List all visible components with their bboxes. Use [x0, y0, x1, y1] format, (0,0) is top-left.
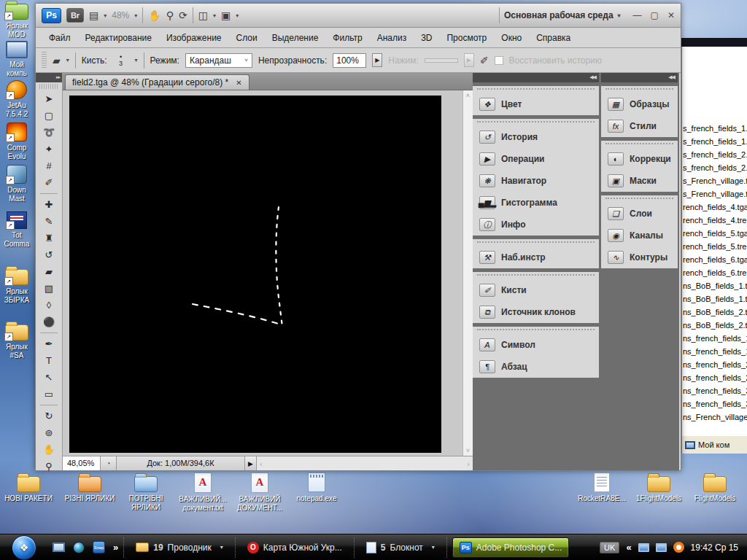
desktop-icon[interactable]: Ярлык MOD	[0, 0, 34, 39]
hand-tool-icon[interactable]: ✋	[148, 9, 160, 21]
desktop-icon[interactable]: ПОТРІБНІ ЯРЛИКИ	[117, 472, 174, 511]
current-tool-icon[interactable]: ▰	[53, 55, 61, 66]
panel-button[interactable]: ¶ Абзац	[473, 356, 599, 378]
desktop-icon[interactable]: Tot Comma	[0, 211, 34, 248]
zoom-level-dropdown-icon[interactable]: ▾	[134, 12, 137, 19]
tool-button[interactable]: ▧	[39, 280, 59, 297]
scroll-left-icon[interactable]: ‹	[260, 459, 263, 468]
options-bar-grip[interactable]	[42, 52, 47, 69]
panel-button[interactable]: A Символ	[473, 327, 599, 356]
taskbar-button-opera[interactable]: O Карта Южной Укр...	[241, 537, 349, 558]
tool-button[interactable]: ⚫	[39, 314, 59, 330]
tool-button[interactable]: ▢	[39, 107, 59, 124]
menu-item[interactable]: Окно	[494, 29, 529, 47]
file-list-item[interactable]: ns_french_fields_3	[682, 386, 747, 400]
panel-button[interactable]: ❋ Навигатор	[473, 170, 599, 192]
desktop-icon[interactable]: JetAu 7.5.4.2	[0, 80, 34, 118]
file-list-item[interactable]: rench_fields_6.tre	[682, 268, 747, 281]
network-monitor-icon[interactable]	[656, 543, 667, 552]
scroll-down-icon[interactable]: ˅	[466, 447, 470, 454]
status-preview-icon[interactable]: ◔	[101, 456, 117, 470]
desktop-icon[interactable]: RocketRA8E...	[573, 472, 630, 503]
file-list-item[interactable]: s_french_fields_1.t	[682, 124, 747, 137]
desktop-icon[interactable]: Ярлык #SA	[0, 321, 34, 359]
tool-button[interactable]: ⚲	[39, 458, 59, 475]
tool-button[interactable]: ➰	[39, 124, 59, 141]
file-list-item[interactable]: s_french_fields_2.t	[682, 163, 747, 176]
tool-button[interactable]: ✚	[39, 196, 59, 213]
dock-collapse-button[interactable]: ◀◀	[601, 73, 678, 82]
desktop-icon[interactable]: НОВІ РАКЕТИ	[0, 472, 57, 503]
menu-item[interactable]: 3D	[414, 29, 439, 47]
panel-button[interactable]: ❏ Слои	[601, 195, 678, 225]
desktop-icon[interactable]: ВАЖЛИВИЙ... документ.txt	[174, 472, 231, 512]
menu-item[interactable]: Слои	[229, 29, 265, 47]
tray-expand-icon[interactable]: «	[626, 542, 631, 553]
show-desktop-icon[interactable]	[53, 542, 65, 552]
desktop-icon[interactable]: FlightModels	[686, 472, 743, 503]
file-list-item[interactable]: s_French_village.tr	[682, 190, 747, 203]
zoom-tool-icon[interactable]: ⚲	[166, 9, 174, 21]
dock-collapse-button[interactable]: ◀◀	[473, 73, 599, 82]
file-list-item[interactable]: ns_french_fields_1	[682, 334, 747, 347]
tool-button[interactable]: ↻	[39, 408, 59, 424]
file-list-item[interactable]: ns_french_fields_3	[682, 400, 747, 413]
panel-button[interactable]: ↺ История	[473, 119, 599, 148]
panel-button[interactable]: ◐ Коррекция	[601, 141, 678, 170]
desktop-icon[interactable]: Мой компь	[0, 41, 34, 77]
browser-globe-icon[interactable]	[73, 542, 85, 553]
file-list-item[interactable]: ns_french_fields_2	[682, 373, 747, 386]
vertical-scrollbar[interactable]: ˄ ˅	[462, 90, 473, 456]
screen-mode-icon[interactable]: ▣	[221, 9, 231, 21]
close-button[interactable]: ✕	[667, 10, 675, 20]
tool-button[interactable]: ✦	[39, 141, 59, 158]
panel-button[interactable]: ✐ Кисти	[473, 272, 599, 301]
panel-button[interactable]: ▦ Образцы	[601, 86, 678, 115]
panel-button[interactable]: ▣ Маски	[601, 170, 678, 192]
tool-button[interactable]: ✎	[39, 213, 59, 230]
tool-button[interactable]: ↖	[39, 369, 59, 386]
quick-launch-more-icon[interactable]: »	[113, 542, 118, 553]
document-tab[interactable]: field2.tga @ 48% (Градации серого/8) * ✕	[65, 74, 249, 90]
menu-item[interactable]: Файл	[42, 29, 78, 47]
desktop-icon[interactable]: Down Mast	[0, 165, 34, 203]
tool-button[interactable]: ▭	[39, 386, 59, 402]
menu-item[interactable]: Анализ	[370, 29, 414, 47]
arrange-documents-icon[interactable]: ◫	[198, 9, 208, 21]
opacity-input[interactable]: 100%	[333, 53, 366, 68]
desktop-icon[interactable]: 1FlightModels	[630, 472, 687, 503]
taskbar-button-photoshop[interactable]: Ps Adobe Photoshop C...	[452, 537, 569, 558]
screen-mode-dropdown-icon[interactable]: ▾	[236, 12, 239, 19]
view-extras-dropdown-icon[interactable]: ▾	[104, 12, 107, 19]
file-list-item[interactable]: ns_BoB_fields_1.tg	[682, 281, 747, 295]
file-list-item[interactable]: ns_French_village.t	[682, 413, 747, 426]
workspace-switcher[interactable]: Основная рабочая среда ▾	[499, 7, 621, 23]
taskbar-button-notepad[interactable]: 5 Блокнот ▾	[360, 537, 441, 558]
tool-button[interactable]: ◊	[39, 297, 59, 314]
launch-bridge-button[interactable]: Br	[66, 8, 84, 23]
document-canvas[interactable]	[69, 96, 441, 453]
menu-item[interactable]: Фильтр	[325, 29, 369, 47]
zoom-level-field[interactable]: 48%	[112, 10, 129, 20]
file-list-item[interactable]: ns_french_fields_2	[682, 360, 747, 373]
panel-button[interactable]: fx Стили	[601, 115, 678, 137]
desktop-icon[interactable]: Ярлык ЗБІРКА	[0, 265, 34, 304]
tool-button[interactable]: ▰	[39, 263, 59, 280]
tool-button[interactable]: ♜	[39, 230, 59, 246]
opacity-slider-button[interactable]: ▶	[372, 53, 382, 67]
rotate-view-icon[interactable]: ⟳	[179, 9, 187, 21]
file-list-item[interactable]: s_French_village.tg	[682, 176, 747, 190]
tool-button[interactable]: T	[39, 352, 59, 369]
menu-item[interactable]: Просмотр	[439, 29, 494, 47]
file-list-item[interactable]: rench_fields_5.tre	[682, 242, 747, 255]
mode-select[interactable]: Карандаш ˅	[185, 53, 252, 68]
desktop-icon[interactable]: ВАЖЛИВИЙ ДОКУМЕНТ...	[231, 472, 288, 512]
file-list-item[interactable]: rench_fields_6.tga	[682, 255, 747, 268]
tray-opera-icon[interactable]	[673, 542, 684, 553]
scroll-right-icon[interactable]: ›	[467, 459, 470, 468]
view-extras-icon[interactable]: ▤	[89, 9, 98, 21]
document-tab-close-icon[interactable]: ✕	[236, 79, 241, 87]
menu-item[interactable]: Изображение	[159, 29, 229, 47]
airbrush-icon[interactable]: ✐	[480, 55, 489, 66]
file-list-item[interactable]: ns_BoB_fields_2.tg	[682, 308, 747, 321]
